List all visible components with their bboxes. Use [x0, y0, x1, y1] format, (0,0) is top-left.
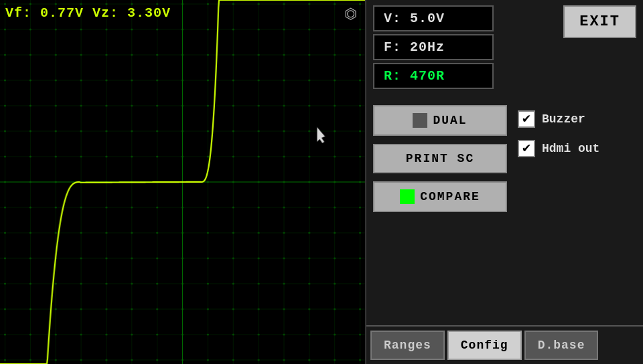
print-sc-label: PRINT SC	[406, 152, 474, 165]
tab-config[interactable]: Config	[447, 331, 522, 360]
hdmi-checkbox[interactable]: ✔	[518, 140, 535, 157]
top-right-section: V: 5.0V F: 20Hz R: 470R EXIT	[366, 0, 643, 94]
exit-button[interactable]: EXIT	[563, 5, 636, 38]
hdmi-checkmark: ✔	[522, 142, 530, 155]
dual-icon	[413, 113, 427, 128]
usb-icon: ⏣	[344, 5, 357, 23]
dual-button[interactable]: DUAL	[373, 105, 507, 136]
voltage-display: V: 5.0V	[373, 5, 494, 31]
bottom-tabs: Ranges Config D.base	[366, 325, 643, 364]
buttons-section: DUAL PRINT SC COMPARE ✔ Buzzer ✔ Hdm	[366, 100, 643, 217]
resistance-display: R: 470R	[373, 63, 494, 89]
left-buttons: DUAL PRINT SC COMPARE	[373, 105, 507, 212]
compare-icon	[400, 189, 415, 204]
tab-dbase[interactable]: D.base	[524, 331, 599, 360]
hdmi-checkbox-row: ✔ Hdmi out	[518, 140, 599, 157]
right-checkboxes: ✔ Buzzer ✔ Hdmi out	[518, 105, 599, 212]
metrics-column: V: 5.0V F: 20Hz R: 470R	[373, 5, 494, 89]
buzzer-checkbox[interactable]: ✔	[518, 110, 535, 128]
hdmi-label: Hdmi out	[542, 142, 599, 155]
compare-button[interactable]: COMPARE	[373, 181, 507, 212]
controls-panel: V: 5.0V F: 20Hz R: 470R EXIT DUAL PRINT …	[366, 0, 643, 364]
scope-canvas	[0, 0, 365, 364]
buzzer-checkbox-row: ✔ Buzzer	[518, 110, 599, 128]
dual-label: DUAL	[433, 114, 467, 127]
compare-label: COMPARE	[420, 190, 480, 203]
oscilloscope-display: Vf: 0.77V Vz: 3.30V ⏣	[0, 0, 366, 364]
print-sc-button[interactable]: PRINT SC	[373, 144, 507, 173]
scope-header: Vf: 0.77V Vz: 3.30V	[5, 5, 171, 21]
buzzer-label: Buzzer	[542, 112, 585, 126]
frequency-display: F: 20Hz	[373, 34, 494, 60]
tab-ranges[interactable]: Ranges	[370, 331, 445, 360]
buzzer-checkmark: ✔	[522, 112, 530, 126]
